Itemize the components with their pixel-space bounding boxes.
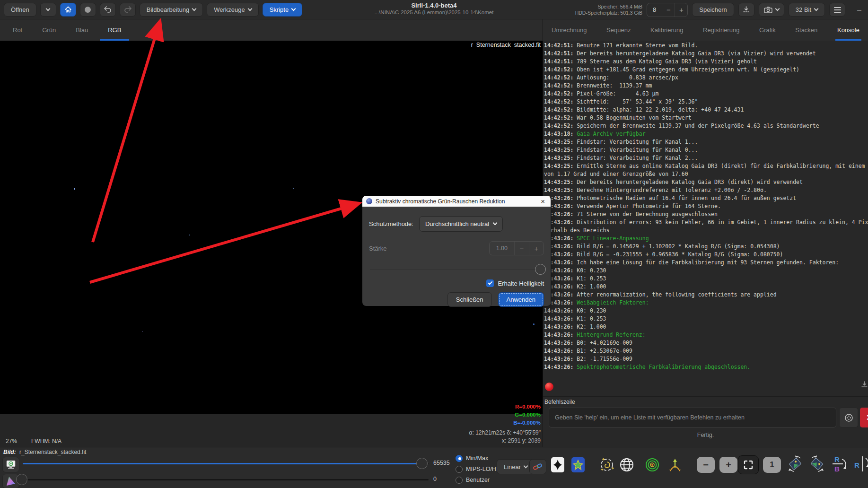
- lo-slider-handle[interactable]: [16, 474, 27, 485]
- preserve-lightness-checkbox[interactable]: [486, 279, 494, 287]
- tab-kalibrierung[interactable]: Kalibrierung: [647, 19, 687, 41]
- tab-blau[interactable]: Blau: [66, 19, 98, 41]
- lo-slider-track[interactable]: [23, 479, 429, 480]
- console-line: 14:42:52: War 0.58 Bogenminuten vom Star…: [544, 114, 868, 122]
- hi-slider-handle[interactable]: [416, 458, 428, 469]
- rotate-right-button[interactable]: [808, 455, 826, 473]
- tab-umrechnung[interactable]: Umrechnung: [548, 19, 590, 41]
- console-line: 14:42:51: 789 Sterne aus dem Katalog Gai…: [544, 58, 868, 66]
- strength-slider[interactable]: [369, 264, 544, 275]
- zoom-one-to-one-button[interactable]: 1: [763, 457, 781, 473]
- psf-button[interactable]: [666, 456, 684, 474]
- display-icc-button[interactable]: [2, 457, 19, 472]
- command-stop-button[interactable]: ✕: [860, 408, 868, 427]
- console-line: 14:43:26: After renormalization, the fol…: [544, 291, 868, 299]
- strength-spinbox[interactable]: 1.00 − +: [489, 241, 544, 255]
- flip-vertical-button[interactable]: R: [853, 455, 868, 473]
- console-line: 14:43:25: Der bereits heruntergeladene K…: [544, 178, 868, 186]
- record-icon: [85, 7, 91, 13]
- save-button[interactable]: Speichern: [692, 3, 734, 17]
- pixel-b-value: B=-0.000%: [513, 419, 541, 427]
- radio-mips-lo-hi[interactable]: MIPS-LO/HI: [456, 465, 498, 473]
- globe-icon: [619, 457, 635, 473]
- console-line: 14:42:51: Benutze 171 erkannte Sterne vo…: [544, 42, 868, 50]
- web-catalog-button[interactable]: [618, 456, 636, 474]
- strength-decrement-button[interactable]: −: [515, 244, 529, 253]
- fit-to-window-button[interactable]: [738, 455, 759, 474]
- rotate-left-button[interactable]: [786, 455, 804, 473]
- protection-method-dropdown[interactable]: Durchschnittlich neutral: [419, 216, 503, 232]
- close-icon: ✕: [866, 413, 868, 423]
- undo-button[interactable]: [100, 3, 116, 17]
- threads-spinbox[interactable]: 8 − +: [647, 3, 688, 17]
- protection-method-label: Schutzmethode:: [369, 220, 413, 227]
- open-dropdown-button[interactable]: [40, 3, 56, 17]
- zoom-in-button[interactable]: +: [719, 457, 737, 473]
- tools-menu-button[interactable]: Werkzeuge: [207, 3, 259, 17]
- tab-stacken[interactable]: Stacken: [791, 19, 821, 41]
- redo-icon: [123, 6, 132, 13]
- open-button[interactable]: Öffnen: [4, 3, 36, 17]
- channel-link-button[interactable]: [529, 459, 546, 474]
- processing-tabbar: UmrechnungSequenzKalibrierungRegistrieru…: [543, 19, 868, 41]
- radio-circle[interactable]: [456, 455, 463, 462]
- threads-increment-button[interactable]: +: [675, 6, 687, 14]
- command-history-button[interactable]: [839, 408, 858, 427]
- home-icon: [64, 6, 72, 13]
- star-detection-button[interactable]: [569, 456, 587, 474]
- radio-label: MIPS-LO/HI: [466, 466, 498, 472]
- strength-slider-handle[interactable]: [535, 264, 546, 275]
- astrometry-button[interactable]: [598, 456, 616, 474]
- main-menu-button[interactable]: [829, 3, 845, 17]
- title-bar: Öffnen Bildbearbeitung Werkzeuge Skr: [0, 0, 868, 19]
- dialog-titlebar[interactable]: Subtraktiv chromatische Grün-Rauschen Re…: [362, 196, 551, 207]
- tab-registrierung[interactable]: Registrierung: [699, 19, 743, 41]
- tab-grn[interactable]: Grün: [32, 19, 66, 41]
- console-line: 14:43:26: K0: 0.230: [544, 267, 868, 275]
- undo-icon: [104, 6, 112, 13]
- download-icon: [743, 6, 750, 13]
- radio-benutzer[interactable]: Benutzer: [456, 476, 490, 484]
- tab-rot[interactable]: Rot: [3, 19, 32, 41]
- console-divider: [543, 396, 868, 397]
- snapshot-button[interactable]: [759, 3, 784, 17]
- console-line: 14:43:26: Ich habe eine Lösung für die F…: [544, 259, 868, 267]
- chevron-down-icon: [524, 463, 528, 468]
- siril-window: Öffnen Bildbearbeitung Werkzeuge Skr: [0, 0, 868, 488]
- threads-decrement-button[interactable]: −: [662, 6, 675, 14]
- radio-circle[interactable]: [456, 477, 463, 484]
- bit-depth-dropdown[interactable]: 32 Bit: [789, 3, 825, 17]
- minimize-button[interactable]: –: [857, 6, 863, 14]
- tab-rgb[interactable]: RGB: [98, 19, 131, 41]
- dialog-close-action-button[interactable]: Schließen: [447, 292, 492, 307]
- image-processing-menu-button[interactable]: Bildbearbeitung: [140, 3, 203, 17]
- log-record-icon[interactable]: [545, 383, 553, 391]
- tab-konsole[interactable]: Konsole: [833, 19, 863, 41]
- dialog-apply-button[interactable]: Anwenden: [498, 292, 544, 307]
- scripts-menu-button[interactable]: Skripte: [263, 3, 302, 17]
- save-as-button[interactable]: [738, 3, 754, 17]
- tab-sequenz[interactable]: Sequenz: [603, 19, 634, 41]
- strength-increment-button[interactable]: +: [529, 244, 544, 253]
- command-input[interactable]: [549, 408, 836, 427]
- star-detection-icon: [571, 457, 585, 473]
- flip-horizontal-button[interactable]: R B: [831, 455, 849, 473]
- chevron-down-icon: [247, 6, 252, 11]
- export-log-icon[interactable]: [861, 381, 868, 388]
- console-line: 14:42:52: Brennweite: 1139.37 mm: [544, 82, 868, 90]
- radio-min-max[interactable]: Min/Max: [456, 454, 488, 462]
- photometry-button[interactable]: [643, 456, 661, 474]
- radio-label: Min/Max: [466, 455, 488, 462]
- chevron-down-icon: [493, 221, 498, 226]
- console-log[interactable]: 14:42:51: Benutze 171 erkannte Sterne vo…: [544, 42, 868, 374]
- channel-tabbar: RotGrünBlauRGB: [0, 19, 543, 41]
- dialog-close-button[interactable]: ×: [539, 197, 547, 205]
- celestial-coordinates: α: 12h21m22s δ: +40°55'59": [469, 429, 541, 436]
- star-mask-toggle[interactable]: [549, 456, 567, 474]
- radio-circle[interactable]: [456, 466, 463, 473]
- redo-button[interactable]: [120, 3, 136, 17]
- zoom-out-button[interactable]: −: [697, 457, 715, 473]
- home-button[interactable]: [60, 3, 76, 17]
- tab-grafik[interactable]: Grafik: [755, 19, 780, 41]
- record-button[interactable]: [80, 3, 96, 17]
